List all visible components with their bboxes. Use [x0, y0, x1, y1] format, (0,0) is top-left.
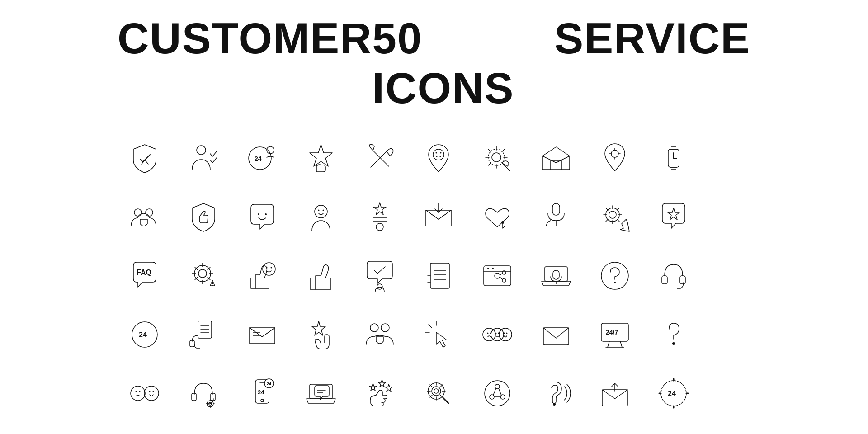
svg-point-33 — [501, 221, 504, 224]
svg-text:24: 24 — [668, 390, 676, 397]
icon-stars-rating — [353, 190, 407, 244]
svg-point-110 — [153, 391, 154, 392]
svg-point-10 — [492, 153, 501, 162]
svg-point-61 — [495, 273, 500, 278]
icon-24h-person: 24 — [235, 131, 289, 185]
title-center: 50 ICONS — [373, 14, 555, 113]
title-left: CUSTOMER — [118, 14, 373, 113]
svg-point-90 — [499, 328, 512, 341]
svg-line-65 — [500, 277, 502, 279]
svg-rect-98 — [543, 328, 569, 345]
icon-headset-doc — [176, 307, 231, 362]
icon-hand-mic — [529, 190, 583, 244]
icon-shield-thumbsup — [118, 131, 172, 185]
icon-question-circle — [588, 249, 642, 303]
icon-chat-check-person — [353, 249, 407, 303]
title-right: SERVICE — [554, 14, 750, 113]
icon-smartwatch — [646, 131, 701, 185]
icon-gear-warning — [176, 249, 231, 303]
svg-line-100 — [608, 341, 609, 347]
icon-thumbsup — [294, 249, 348, 303]
svg-point-138 — [553, 403, 556, 406]
icon-faq: FAQ — [118, 249, 172, 303]
icon-star-thumbsup — [294, 131, 348, 185]
icon-chat-smile — [235, 190, 289, 244]
icon-chat-star — [646, 190, 701, 244]
svg-point-46 — [263, 263, 275, 275]
svg-point-27 — [323, 210, 324, 211]
icon-browser-share — [470, 249, 524, 303]
svg-point-88 — [483, 328, 495, 341]
svg-point-59 — [487, 268, 489, 269]
svg-line-129 — [443, 398, 448, 403]
svg-point-105 — [131, 386, 145, 401]
icon-headset-gear — [176, 366, 231, 420]
svg-point-104 — [672, 342, 675, 345]
svg-marker-28 — [373, 203, 386, 215]
icon-ear-sound — [529, 366, 583, 420]
svg-text:24: 24 — [255, 155, 262, 162]
icon-monitor-247: 24/7 — [588, 307, 642, 362]
svg-text:24/7: 24/7 — [606, 329, 618, 336]
icon-phone-24: 24 24 — [235, 366, 289, 420]
svg-rect-111 — [192, 393, 196, 401]
svg-point-94 — [498, 333, 500, 334]
svg-point-42 — [194, 265, 211, 282]
svg-point-106 — [144, 386, 159, 401]
icon-envelope-open — [529, 131, 583, 185]
svg-point-31 — [376, 223, 383, 231]
icon-clock-24: 24 — [118, 307, 172, 362]
svg-point-127 — [432, 387, 441, 396]
svg-point-48 — [271, 267, 272, 269]
svg-point-108 — [139, 391, 141, 392]
svg-point-45 — [212, 285, 213, 286]
svg-point-47 — [266, 267, 268, 269]
svg-point-60 — [492, 268, 494, 269]
icon-envelope-letter — [235, 307, 289, 362]
svg-point-93 — [495, 333, 497, 334]
svg-point-23 — [258, 213, 259, 215]
svg-point-37 — [609, 211, 616, 218]
svg-marker-39 — [668, 208, 679, 220]
svg-line-101 — [620, 341, 622, 347]
icon-gear-pointer — [588, 190, 642, 244]
svg-point-117 — [261, 399, 264, 402]
svg-marker-4 — [310, 145, 332, 166]
icon-gear-wrench — [470, 131, 524, 185]
svg-line-5 — [371, 151, 387, 167]
svg-point-7 — [433, 149, 444, 160]
svg-text:24: 24 — [267, 382, 271, 386]
icon-shield-like — [176, 190, 231, 244]
icon-faces-sad-happy — [118, 366, 172, 420]
icons-grid: 24 — [118, 131, 750, 420]
svg-line-64 — [500, 274, 502, 275]
svg-point-8 — [436, 152, 437, 154]
svg-marker-124 — [369, 383, 377, 391]
icon-laptop-chat — [294, 366, 348, 420]
svg-marker-82 — [312, 321, 326, 335]
svg-point-38 — [606, 208, 619, 222]
icon-gear-search — [411, 366, 466, 420]
icon-tools — [353, 131, 407, 185]
icon-hand-stars — [353, 366, 407, 420]
svg-text:24: 24 — [258, 389, 264, 396]
svg-point-9 — [440, 152, 442, 154]
svg-point-91 — [487, 333, 489, 334]
icon-envelope-simple — [529, 307, 583, 362]
svg-marker-126 — [385, 384, 392, 392]
svg-rect-71 — [662, 276, 667, 284]
icon-people-chat — [118, 190, 172, 244]
svg-point-83 — [370, 324, 378, 332]
svg-rect-50 — [430, 263, 449, 288]
svg-point-13 — [611, 150, 618, 157]
icon-share-circle — [470, 366, 524, 420]
icon-headphone — [646, 249, 701, 303]
icon-envelope-download — [411, 190, 466, 244]
svg-line-6 — [373, 151, 389, 166]
svg-point-89 — [491, 328, 504, 341]
svg-point-84 — [381, 324, 389, 332]
svg-point-92 — [490, 333, 491, 334]
icon-notebook — [411, 249, 466, 303]
svg-point-130 — [434, 389, 439, 393]
svg-point-22 — [146, 209, 153, 216]
